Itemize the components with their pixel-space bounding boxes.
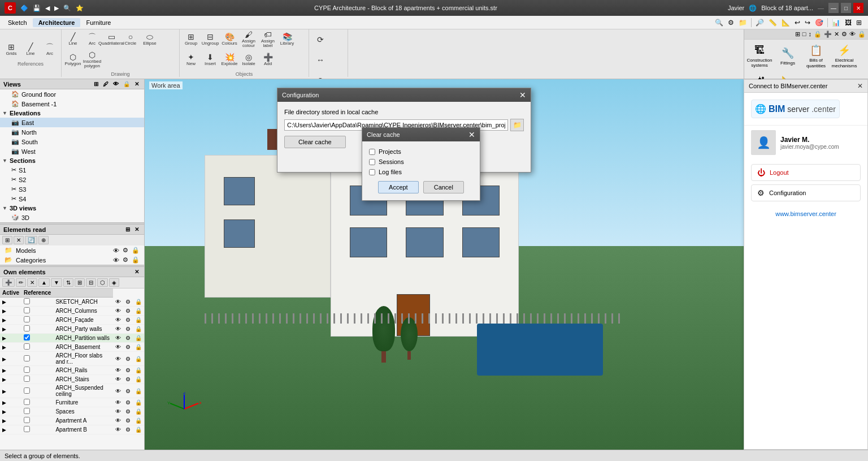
- elem-icon2[interactable]: ✕: [133, 226, 141, 233]
- eye-cell[interactable]: 👁: [113, 425, 123, 434]
- active-checkbox[interactable]: [24, 417, 30, 423]
- own-btn-9[interactable]: ◈: [109, 278, 119, 287]
- active-cell[interactable]: [21, 316, 53, 325]
- polygon-button[interactable]: ⬡Polygon: [64, 50, 82, 70]
- active-checkbox[interactable]: [24, 334, 30, 341]
- expand-cell[interactable]: ▶: [0, 407, 21, 416]
- categories-gear-icon[interactable]: ⚙: [123, 256, 128, 264]
- view-s2[interactable]: ✂ S2: [0, 175, 144, 184]
- lock-cell[interactable]: 🔒: [133, 316, 144, 325]
- active-checkbox[interactable]: [24, 387, 30, 394]
- lock-cell[interactable]: 🔒: [133, 425, 144, 434]
- expand-cell[interactable]: ▶: [0, 416, 21, 425]
- lock-cell[interactable]: 🔒: [133, 384, 144, 398]
- rt-icon1[interactable]: ⊞: [795, 31, 800, 38]
- expand-cell[interactable]: ▶: [0, 325, 21, 334]
- rt-icon4[interactable]: 🔒: [814, 31, 822, 38]
- view-south[interactable]: 📷 South: [0, 137, 144, 147]
- toolbar-icon5[interactable]: ⭐: [76, 5, 84, 12]
- expand-cell[interactable]: ▶: [0, 425, 21, 434]
- rt-icon7[interactable]: ⚙: [841, 31, 847, 38]
- lock-cell[interactable]: 🔒: [133, 352, 144, 366]
- active-cell[interactable]: [21, 325, 53, 334]
- lock-cell[interactable]: 🔒: [133, 334, 144, 343]
- configuration-button[interactable]: ⚙ Configuration: [751, 184, 861, 201]
- expand-cell[interactable]: ▶: [0, 384, 21, 398]
- top-icon-2[interactable]: ⚙: [726, 18, 736, 28]
- expand-cell[interactable]: ▶: [0, 334, 21, 343]
- top-icon-5[interactable]: 📏: [767, 18, 779, 28]
- active-checkbox[interactable]: [24, 376, 30, 382]
- gear-cell[interactable]: ⚙: [123, 416, 133, 425]
- active-checkbox[interactable]: [24, 343, 30, 350]
- categories-lock-icon[interactable]: 🔒: [132, 256, 140, 264]
- explode-button[interactable]: 💥Explode: [220, 50, 238, 70]
- minimize-button[interactable]: —: [828, 3, 839, 13]
- sessions-checkbox[interactable]: [369, 159, 375, 165]
- gear-cell[interactable]: ⚙: [123, 425, 133, 434]
- toolbar-icon2[interactable]: ◀: [45, 5, 50, 12]
- lock-cell[interactable]: 🔒: [133, 298, 144, 307]
- expand-cell[interactable]: ▶: [0, 366, 21, 375]
- active-checkbox[interactable]: [24, 298, 30, 304]
- active-checkbox[interactable]: [24, 399, 30, 405]
- active-checkbox[interactable]: [24, 355, 30, 361]
- bimserver-close-btn[interactable]: ✕: [857, 82, 863, 90]
- construction-systems-btn[interactable]: 🏗 Construction systems: [747, 42, 772, 71]
- own-btn-up[interactable]: ▲: [38, 278, 50, 287]
- active-cell[interactable]: [21, 425, 53, 434]
- active-cell[interactable]: [21, 352, 53, 366]
- lock-cell[interactable]: 🔒: [133, 398, 144, 407]
- models-gear-icon[interactable]: ⚙: [123, 247, 128, 254]
- eye-cell[interactable]: 👁: [113, 384, 123, 398]
- add-button[interactable]: ➕Add: [259, 50, 277, 70]
- top-icon-8[interactable]: ↪: [803, 18, 812, 28]
- lock-cell[interactable]: 🔒: [133, 375, 144, 384]
- active-cell[interactable]: [21, 343, 53, 352]
- config-dialog-close[interactable]: ✕: [519, 91, 526, 100]
- expand-cell[interactable]: ▶: [0, 343, 21, 352]
- eye-cell[interactable]: 👁: [113, 343, 123, 352]
- assign-label-button[interactable]: 🏷Assign label: [259, 30, 277, 49]
- ungroup-button[interactable]: ⊟Ungroup: [201, 30, 219, 49]
- own-btn-6[interactable]: ⊞: [75, 278, 85, 287]
- clear-cache-cancel-btn[interactable]: Cancel: [423, 181, 464, 193]
- expand-cell[interactable]: ▶: [0, 352, 21, 366]
- views-icon3[interactable]: 👁: [111, 80, 120, 88]
- assign-colour-button[interactable]: 🖌Assign colour: [240, 30, 258, 49]
- rt-icon2[interactable]: □: [802, 31, 806, 38]
- own-btn-5[interactable]: ⇅: [63, 278, 73, 287]
- gear-cell[interactable]: ⚙: [123, 316, 133, 325]
- view-basement[interactable]: 🏠 Basement -1: [0, 99, 144, 109]
- categories-eye-icon[interactable]: 👁: [113, 257, 119, 264]
- active-checkbox[interactable]: [24, 325, 30, 331]
- eye-cell[interactable]: 👁: [113, 398, 123, 407]
- views-icon1[interactable]: ⊞: [92, 80, 100, 88]
- clear-cache-accept-btn[interactable]: Accept: [378, 181, 419, 193]
- elem-btn4[interactable]: ⊕: [38, 236, 49, 244]
- top-icon-3[interactable]: 📁: [737, 18, 749, 28]
- new-button[interactable]: ✦New: [182, 50, 200, 70]
- own-btn-down[interactable]: ▼: [51, 278, 62, 287]
- gear-cell[interactable]: ⚙: [123, 384, 133, 398]
- edit-btn3[interactable]: ⟳: [311, 30, 329, 49]
- models-lock-icon[interactable]: 🔒: [132, 247, 140, 254]
- active-cell[interactable]: [21, 334, 53, 343]
- elem-btn2[interactable]: ✕: [14, 236, 24, 244]
- circle-button[interactable]: ○Circle: [121, 30, 140, 49]
- top-icon-10[interactable]: 📊: [830, 18, 842, 28]
- view-east[interactable]: 📷 East: [0, 118, 144, 127]
- active-cell[interactable]: [21, 384, 53, 398]
- maximize-button[interactable]: □: [841, 3, 851, 13]
- view-north[interactable]: 📷 North: [0, 127, 144, 137]
- active-cell[interactable]: [21, 375, 53, 384]
- elem-btn1[interactable]: ⊞: [2, 236, 12, 244]
- bimserver-url[interactable]: www.bimserver.center: [744, 206, 867, 222]
- active-cell[interactable]: [21, 298, 53, 307]
- expand-cell[interactable]: ▶: [0, 298, 21, 307]
- gear-cell[interactable]: ⚙: [123, 325, 133, 334]
- projects-checkbox[interactable]: [369, 149, 375, 155]
- gear-cell[interactable]: ⚙: [123, 334, 133, 343]
- line-ref-button[interactable]: ╱Line: [21, 40, 40, 59]
- eye-cell[interactable]: 👁: [113, 366, 123, 375]
